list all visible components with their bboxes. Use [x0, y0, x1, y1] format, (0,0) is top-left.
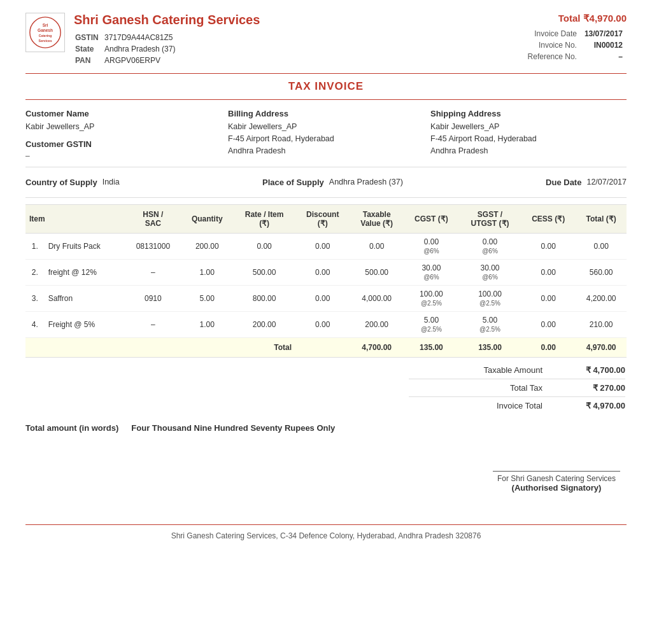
- item-sgst: 0.00@6%: [459, 233, 521, 259]
- taxable-amount-label: Taxable Amount: [409, 365, 555, 375]
- col-cess: CESS (₹): [521, 204, 576, 233]
- signatory-section: For Shri Ganesh Catering Services (Autho…: [25, 471, 627, 493]
- invoice-meta: Total ₹4,970.00 Invoice Date 13/07/2017 …: [524, 13, 627, 62]
- signatory-title: (Authorised Signatory): [493, 483, 620, 493]
- total-tax-label: Total Tax: [409, 383, 555, 393]
- billing-line3: Andhra Pradesh: [228, 145, 424, 157]
- invoice-date-label: Invoice Date: [524, 28, 581, 39]
- item-discount: 0.00: [295, 259, 350, 285]
- invoice-total-row: Invoice Total ₹ 4,970.00: [409, 398, 625, 413]
- summary-section: Taxable Amount ₹ 4,700.00 Total Tax ₹ 27…: [25, 363, 627, 413]
- item-hsn: 0910: [125, 285, 181, 311]
- customer-name-label: Customer Name: [25, 109, 222, 118]
- item-name: Saffron: [45, 285, 125, 311]
- invoice-header: Sri Ganesh Catering Services Shri Ganesh…: [25, 13, 627, 67]
- billing-line2: F-45 Airport Road, Hyderabad: [228, 133, 424, 145]
- col-quantity: Quantity: [181, 204, 233, 233]
- item-cess: 0.00: [521, 285, 576, 311]
- col-sgst: SGST /UTGST (₹): [459, 204, 521, 233]
- billing-label: Billing Address: [228, 109, 424, 118]
- item-total: 210.00: [576, 311, 627, 337]
- col-total: Total (₹): [576, 204, 627, 233]
- total-row: Total 4,700.00 135.00 135.00 0.00 4,970.…: [25, 337, 627, 357]
- table-row: 1. Dry Fruits Pack 08131000 200.00 0.00 …: [25, 233, 627, 259]
- item-hsn: –: [125, 311, 181, 337]
- shipping-line2: F-45 Airport Road, Hyderabad: [430, 133, 627, 145]
- company-logo: Sri Ganesh Catering Services: [25, 13, 65, 52]
- shipping-line3: Andhra Pradesh: [430, 145, 627, 157]
- item-qty: 1.00: [181, 259, 233, 285]
- item-cess: 0.00: [521, 311, 576, 337]
- gstin-label: GSTIN: [75, 32, 103, 43]
- pan-value: ARGPV06ERPV: [104, 55, 179, 66]
- total-empty2: [125, 337, 181, 357]
- item-num: 3.: [25, 285, 45, 311]
- svg-text:Catering: Catering: [39, 34, 52, 38]
- amount-in-words-row: Total amount (in words) Four Thousand Ni…: [25, 423, 627, 433]
- shipping-address-block: Shipping Address Kabir Jewellers_AP F-45…: [430, 109, 627, 160]
- signatory-for: For Shri Ganesh Catering Services: [493, 474, 620, 483]
- taxable-amount-value: ₹ 4,700.00: [555, 365, 625, 375]
- item-total: 560.00: [576, 259, 627, 285]
- state-value: Andhra Pradesh (37): [104, 44, 179, 54]
- total-empty1: [25, 337, 125, 357]
- col-rate: Rate / Item(₹): [233, 204, 295, 233]
- col-item: Item: [25, 204, 125, 233]
- item-cgst: 30.00@6%: [404, 259, 459, 285]
- item-sgst: 5.00@2.5%: [459, 311, 521, 337]
- item-rate: 0.00: [233, 233, 295, 259]
- country-of-supply: Country of Supply India: [25, 178, 120, 187]
- item-discount: 0.00: [295, 233, 350, 259]
- total-cess: 0.00: [521, 337, 576, 357]
- billing-address-block: Billing Address Kabir Jewellers_AP F-45 …: [228, 109, 424, 160]
- item-taxable: 500.00: [350, 259, 403, 285]
- invoice-total-value: ₹ 4,970.00: [555, 401, 625, 410]
- title-divider: [25, 99, 627, 100]
- item-hsn: 08131000: [125, 233, 181, 259]
- invoice-total-label: Invoice Total: [409, 401, 555, 410]
- due-date-label: Due Date: [546, 178, 581, 187]
- invoice-title: TAX INVOICE: [25, 80, 627, 93]
- item-qty: 200.00: [181, 233, 233, 259]
- reference-no-value: –: [581, 51, 627, 62]
- item-cess: 0.00: [521, 233, 576, 259]
- summary-divider2: [409, 396, 625, 397]
- words-label: Total amount (in words): [25, 423, 118, 433]
- item-sgst: 30.00@6%: [459, 259, 521, 285]
- item-total: 0.00: [576, 233, 627, 259]
- footer: Shri Ganesh Catering Services, C-34 Defe…: [25, 524, 627, 540]
- total-tax-row: Total Tax ₹ 270.00: [409, 381, 625, 395]
- customer-gstin-value: –: [25, 151, 222, 160]
- item-qty: 5.00: [181, 285, 233, 311]
- total-empty3: [181, 337, 233, 357]
- place-label: Place of Supply: [262, 178, 324, 187]
- table-row: 3. Saffron 0910 5.00 800.00 0.00 4,000.0…: [25, 285, 627, 311]
- item-rate: 500.00: [233, 259, 295, 285]
- col-hsn: HSN /SAC: [125, 204, 181, 233]
- item-cgst: 0.00@6%: [404, 233, 459, 259]
- due-date-value: 12/07/2017: [586, 178, 627, 186]
- gstin-value: 3717D9A44AC81Z5: [104, 32, 179, 43]
- customer-divider: [25, 167, 627, 167]
- header-divider: [25, 73, 627, 74]
- item-name: freight @ 12%: [45, 259, 125, 285]
- total-total: 4,970.00: [576, 337, 627, 357]
- item-taxable: 4,000.00: [350, 285, 403, 311]
- item-num: 4.: [25, 311, 45, 337]
- customer-section: Customer Name Kabir Jewellers_AP Custome…: [25, 109, 627, 160]
- total-tax-value: ₹ 270.00: [555, 383, 625, 393]
- total-amount: Total ₹4,970.00: [524, 13, 627, 24]
- item-taxable: 200.00: [350, 311, 403, 337]
- total-label: Total: [233, 337, 295, 357]
- invoice-no-value: IN00012: [581, 39, 627, 51]
- reference-no-label: Reference No.: [524, 51, 581, 62]
- supply-row: Country of Supply India Place of Supply …: [25, 174, 627, 191]
- shipping-label: Shipping Address: [430, 109, 627, 118]
- items-table: Item HSN /SAC Quantity Rate / Item(₹) Di…: [25, 204, 627, 358]
- item-cess: 0.00: [521, 259, 576, 285]
- col-cgst: CGST (₹): [404, 204, 459, 233]
- total-sgst: 135.00: [459, 337, 521, 357]
- total-discount: [295, 337, 350, 357]
- company-name: Shri Ganesh Catering Services: [74, 13, 260, 27]
- svg-text:Services: Services: [39, 39, 52, 43]
